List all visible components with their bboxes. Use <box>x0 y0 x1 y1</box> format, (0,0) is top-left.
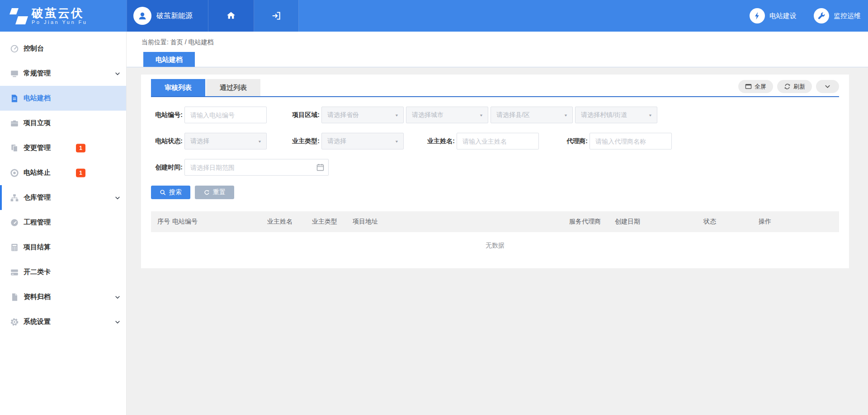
sidebar-item-system-settings[interactable]: 系统设置 <box>0 309 126 334</box>
station-status-label: 电站状态: <box>151 137 183 145</box>
sidebar-label: 系统设置 <box>24 317 51 326</box>
home-button[interactable] <box>208 0 254 32</box>
calculator-icon <box>10 243 19 252</box>
tab-review-list[interactable]: 审核列表 <box>151 79 205 96</box>
sidebar-item-general-mgmt[interactable]: 常规管理 <box>0 61 126 86</box>
reset-icon <box>203 189 210 196</box>
owner-type-select[interactable]: 请选择 ▼ <box>321 133 404 149</box>
sidebar-item-project-initiation[interactable]: 项目立项 <box>0 111 126 135</box>
breadcrumb-separator: / <box>185 38 187 46</box>
station-no-label: 电站编号: <box>151 111 183 119</box>
dashboard-icon <box>10 44 19 53</box>
sidebar-item-console[interactable]: 控制台 <box>0 36 126 61</box>
date-range-picker[interactable] <box>184 159 329 176</box>
sidebar-label: 常规管理 <box>24 69 51 78</box>
logo-icon <box>6 6 28 25</box>
user-icon <box>137 10 148 21</box>
page-tab-station-filing[interactable]: 电站建档 <box>143 52 195 67</box>
sidebar-label: 电站建档 <box>24 94 51 103</box>
breadcrumb: 当前位置: 首页 / 电站建档 <box>127 32 868 47</box>
caret-down-icon: ▼ <box>258 139 262 143</box>
reset-button[interactable]: 重置 <box>195 186 234 199</box>
document-icon <box>10 94 19 103</box>
panel-tabs: 审核列表 通过列表 全屏 刷新 <box>151 75 839 97</box>
city-placeholder: 请选择城市 <box>412 111 443 119</box>
sidebar-item-engineering-mgmt[interactable]: 工程管理 <box>0 210 126 235</box>
main-content: 当前位置: 首页 / 电站建档 电站建档 审核列表 通过列表 全屏 <box>127 32 868 415</box>
nav-monitor-ops[interactable]: 监控运维 <box>814 8 861 23</box>
home-icon <box>226 11 236 21</box>
search-label: 搜索 <box>169 188 182 196</box>
archive-icon <box>10 293 19 302</box>
nav-monitor-ops-label: 监控运维 <box>834 12 861 20</box>
sidebar-label: 资料归档 <box>24 293 51 301</box>
col-actions: 操作 <box>759 218 771 226</box>
collapse-toolbar-button[interactable] <box>816 80 839 93</box>
tab-passed-list[interactable]: 通过列表 <box>206 79 260 96</box>
caret-down-icon: ▼ <box>395 113 399 117</box>
sidebar-label: 项目结算 <box>24 243 51 252</box>
sidebar-label: 控制台 <box>24 44 44 53</box>
table-header: 序号 电站编号 业主姓名 业主类型 项目地址 服务代理商 创建日期 状态 操作 <box>151 211 839 232</box>
agent-input[interactable] <box>590 133 672 149</box>
col-status: 状态 <box>703 218 759 226</box>
caret-down-icon: ▼ <box>479 113 483 117</box>
county-select[interactable]: 请选择县/区 ▼ <box>491 107 573 123</box>
chevron-down-icon <box>824 83 831 90</box>
created-time-label: 创建时间: <box>151 163 183 172</box>
refresh-label: 刷新 <box>793 83 805 91</box>
refresh-button[interactable]: 刷新 <box>777 80 812 93</box>
stop-icon <box>10 168 19 177</box>
sidebar-label: 变更管理 <box>24 144 51 152</box>
nav-station-build[interactable]: 电站建设 <box>750 8 797 23</box>
col-service-agent: 服务代理商 <box>569 218 615 226</box>
sidebar-item-station-termination[interactable]: 电站终止 1 <box>0 160 126 185</box>
station-status-select[interactable]: 请选择 ▼ <box>184 133 267 149</box>
unread-badge: 1 <box>76 144 85 152</box>
briefcase-icon <box>10 119 19 128</box>
owner-name-input[interactable] <box>457 133 539 149</box>
action-buttons: 搜索 重置 <box>151 186 839 199</box>
sidebar-label: 电站终止 <box>24 168 51 177</box>
user-menu[interactable]: 破茧新能源 <box>127 0 208 32</box>
reset-label: 重置 <box>213 188 226 196</box>
logout-button[interactable] <box>254 0 299 32</box>
breadcrumb-home-link[interactable]: 首页 <box>170 38 183 46</box>
logo-title: 破茧云伏 <box>32 7 87 19</box>
fullscreen-button[interactable]: 全屏 <box>738 80 773 93</box>
monitor-icon <box>10 69 19 78</box>
caret-down-icon: ▼ <box>564 113 568 117</box>
empty-state-text: 无数据 <box>151 232 839 262</box>
nav-station-build-label: 电站建设 <box>769 12 797 20</box>
sidebar-item-change-mgmt[interactable]: 变更管理 1 <box>0 135 126 160</box>
date-range-input[interactable] <box>184 159 329 176</box>
sidebar-item-project-settlement[interactable]: 项目结算 <box>0 235 126 260</box>
logout-icon <box>271 11 281 21</box>
col-seq: 序号 <box>157 218 172 226</box>
sidebar-item-warehouse-mgmt[interactable]: 仓库管理 <box>0 185 126 210</box>
owner-name-label: 业主姓名: <box>424 137 455 145</box>
province-placeholder: 请选择省份 <box>327 111 359 119</box>
gauge-icon <box>10 218 19 227</box>
search-icon <box>160 189 166 196</box>
col-owner-name: 业主姓名 <box>267 218 312 226</box>
gear-icon <box>10 317 19 326</box>
sidebar-item-open-class2-card[interactable]: 开二类卡 <box>0 260 126 284</box>
province-select[interactable]: 请选择省份 ▼ <box>321 107 404 123</box>
copy-icon <box>10 144 19 153</box>
station-no-input[interactable] <box>184 107 267 123</box>
wrench-icon <box>814 8 829 23</box>
lightning-icon <box>750 8 765 23</box>
company-name: 破茧新能源 <box>156 11 193 21</box>
fullscreen-icon <box>745 83 752 90</box>
filter-row-1: 电站编号: 项目区域: 请选择省份 ▼ 请选择城市 ▼ 请选择县/区 ▼ 请选择… <box>151 107 839 123</box>
breadcrumb-bar: 当前位置: 首页 / 电站建档 电站建档 <box>127 32 868 67</box>
search-button[interactable]: 搜索 <box>151 186 190 199</box>
city-select[interactable]: 请选择城市 ▼ <box>406 107 488 123</box>
sidebar-item-station-filing[interactable]: 电站建档 <box>0 86 126 111</box>
sidebar-item-data-archive[interactable]: 资料归档 <box>0 284 126 309</box>
town-select[interactable]: 请选择村镇/街道 ▼ <box>575 107 657 123</box>
calendar-icon <box>316 163 324 171</box>
filter-row-2: 电站状态: 请选择 ▼ 业主类型: 请选择 ▼ 业主姓名: 代理商: <box>151 133 839 149</box>
col-created-date: 创建日期 <box>615 218 703 226</box>
